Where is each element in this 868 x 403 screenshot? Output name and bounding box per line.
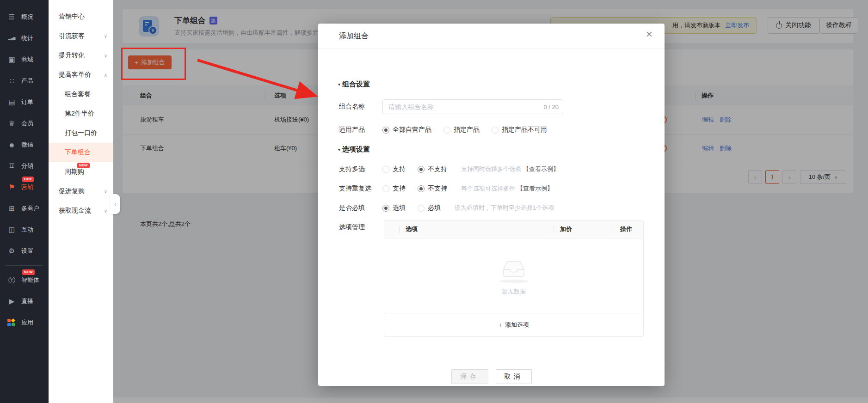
radio-label: 支持: [393, 184, 406, 193]
repeat-select-label: 支持重复选: [339, 184, 382, 193]
chevron-up-icon: ∧: [104, 73, 107, 78]
submenu-order-combo[interactable]: 下单组合: [49, 143, 113, 162]
radio-icon: [492, 127, 499, 134]
radio-icon: [382, 127, 389, 134]
sidebar-item-marketing[interactable]: ⚑营销HOT: [0, 177, 49, 198]
view-example-link[interactable]: 【查看示例】: [517, 184, 553, 193]
sidebar-item-overview[interactable]: ☰概况: [0, 6, 49, 28]
modal-header: 添加组合 ×: [318, 24, 665, 49]
plus-icon: +: [499, 321, 502, 329]
sidebar-item-multi-merchant[interactable]: ⊞多商户: [0, 198, 49, 219]
submenu-bundle-price[interactable]: 打包一口价: [49, 123, 113, 143]
marketing-flag-icon: ⚑: [7, 183, 16, 191]
submenu-traffic[interactable]: 引流获客∨: [49, 26, 113, 46]
submenu-label: 引流获客: [59, 32, 85, 40]
agent-icon: Ⓨ: [7, 276, 16, 285]
sidebar-item-live[interactable]: ▶直播: [0, 291, 49, 312]
radio-repeat-support[interactable]: 支持: [382, 184, 406, 193]
modal-footer: 保存 取消: [318, 364, 665, 391]
caret-down-icon: ▾: [338, 82, 340, 87]
options-table: 选项 加价 操作 暂无数据 + 添加选项: [384, 220, 644, 337]
submenu-second-half-price[interactable]: 第2件半价: [49, 104, 113, 123]
overview-icon: ☰: [7, 13, 16, 21]
col-option: 选项: [399, 226, 554, 233]
sidebar-item-interaction[interactable]: ◫互动: [0, 219, 49, 240]
combo-name-input[interactable]: [382, 99, 563, 114]
submenu-label: 提高客单价: [59, 71, 91, 79]
mall-icon: ▣: [7, 55, 16, 64]
submenu-raise-order-value[interactable]: 提高客单价∧: [49, 65, 113, 85]
view-example-link[interactable]: 【查看示例】: [523, 165, 559, 173]
submenu-label: 促进复购: [59, 187, 85, 195]
radio-label: 全部自营产品: [393, 126, 431, 134]
submenu-marketing-center[interactable]: 营销中心: [49, 7, 113, 26]
sidebar-label: 订单: [21, 98, 33, 106]
sidebar-label: 微信: [21, 140, 33, 149]
repeat-select-hint: 每个选项可选择多件: [461, 184, 515, 193]
hot-badge: HOT: [22, 177, 34, 182]
radio-specified-products[interactable]: 指定产品: [443, 126, 480, 134]
radio-all-products[interactable]: 全部自营产品: [382, 126, 431, 134]
radio-icon: [382, 205, 389, 212]
primary-sidebar: ☰概况 ▂▄▆统计 ▣商城 ∷产品 ▤订单 ♛会员 ☻微信 ♊分销 ⚑营销HOT…: [0, 0, 49, 403]
submenu-cash-flow[interactable]: 获取现金流∨: [49, 201, 113, 220]
radio-specified-unavailable[interactable]: 指定产品不可用: [492, 126, 547, 134]
stats-icon: ▂▄▆: [7, 37, 16, 40]
app-window: ☰概况 ▂▄▆统计 ▣商城 ∷产品 ▤订单 ♛会员 ☻微信 ♊分销 ⚑营销HOT…: [0, 0, 868, 403]
sidebar-collapse-handle[interactable]: ‹: [110, 194, 120, 214]
sidebar-item-member[interactable]: ♛会员: [0, 113, 49, 134]
radio-icon: [382, 166, 389, 173]
empty-inbox-icon: [503, 260, 524, 277]
add-option-label: 添加选项: [505, 321, 529, 329]
radio-multi-unsupport[interactable]: 不支持: [418, 165, 447, 173]
wechat-icon: ☻: [7, 141, 16, 149]
radio-required[interactable]: 必填: [418, 204, 441, 212]
sidebar-item-stats[interactable]: ▂▄▆统计: [0, 28, 49, 49]
submenu-repurchase[interactable]: 促进复购∨: [49, 182, 113, 201]
radio-icon: [382, 185, 389, 192]
submenu-label: 周期购: [65, 168, 84, 176]
product-scope-label: 适用产品: [339, 126, 382, 134]
sidebar-label: 统计: [21, 34, 33, 43]
submenu-conversion[interactable]: 提升转化∨: [49, 46, 113, 65]
order-icon: ▤: [7, 98, 16, 106]
radio-multi-support[interactable]: 支持: [382, 165, 406, 173]
sidebar-item-agent[interactable]: Ⓨ智能体NEW: [0, 269, 49, 291]
sidebar-label: 商城: [21, 55, 33, 64]
submenu-label: 组合套餐: [65, 90, 91, 98]
radio-icon: [443, 127, 450, 134]
radio-icon: [418, 166, 425, 173]
sidebar-item-wechat[interactable]: ☻微信: [0, 134, 49, 155]
sidebar-item-distribution[interactable]: ♊分销: [0, 155, 49, 177]
sidebar-item-apps[interactable]: 应用: [0, 312, 49, 333]
sidebar-item-mall[interactable]: ▣商城: [0, 49, 49, 70]
combo-name-label: 组合名称: [339, 103, 382, 111]
submenu-label: 营销中心: [59, 12, 85, 21]
add-option-button[interactable]: + 添加选项: [384, 313, 643, 336]
sidebar-item-settings[interactable]: ⚙设置: [0, 240, 49, 262]
sidebar-label: 直播: [21, 297, 33, 305]
section-option-settings[interactable]: ▾选项设置: [338, 145, 370, 154]
options-table-header: 选项 加价 操作: [384, 220, 643, 238]
sidebar-item-product[interactable]: ∷产品: [0, 70, 49, 92]
close-icon[interactable]: ×: [646, 29, 653, 40]
modal-title: 添加组合: [339, 24, 369, 49]
sidebar-label: 应用: [21, 318, 33, 327]
section-combo-settings[interactable]: ▾组合设置: [338, 80, 370, 89]
radio-optional[interactable]: 选填: [382, 204, 406, 212]
sidebar-item-order[interactable]: ▤订单: [0, 92, 49, 113]
radio-label: 指定产品不可用: [502, 126, 547, 134]
section-title: 组合设置: [342, 80, 370, 89]
submenu-label: 打包一口价: [65, 129, 97, 137]
radio-label: 支持: [393, 165, 406, 173]
save-button[interactable]: 保存: [451, 369, 488, 384]
submenu-label: 下单组合: [65, 148, 91, 157]
chevron-down-icon: ∨: [104, 53, 107, 58]
submenu-combo-package[interactable]: 组合套餐: [49, 85, 113, 104]
combo-name-row: 组合名称 0 / 20: [339, 99, 563, 114]
radio-label: 指定产品: [454, 126, 480, 134]
radio-repeat-unsupport[interactable]: 不支持: [418, 184, 447, 193]
submenu-subscription[interactable]: 周期购NEW: [49, 162, 113, 182]
col-markup: 加价: [554, 226, 614, 233]
cancel-button[interactable]: 取消: [496, 369, 532, 384]
